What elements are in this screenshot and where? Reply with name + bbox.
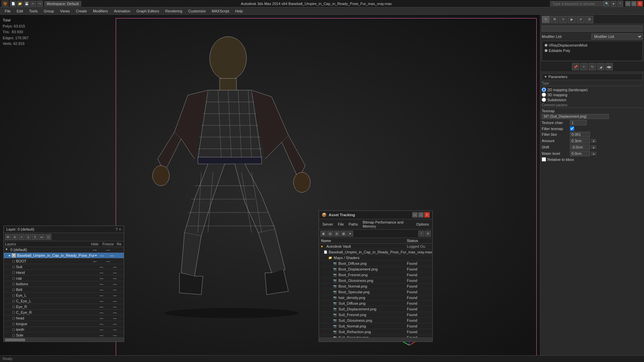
menu-tools[interactable]: Tools	[26, 8, 41, 14]
rpanel-tab-utilities[interactable]: ⚙	[585, 16, 593, 23]
amount-input[interactable]	[570, 138, 590, 143]
shift-spinner-up[interactable]: ▲	[591, 145, 596, 149]
asset-item-mainfile[interactable]: 📄 Baseball_Umpire_in_Cap_in_Ready_Pose_F…	[319, 249, 432, 255]
radio-subdivision-input[interactable]	[542, 98, 546, 102]
asset-item-suit-specular[interactable]: 📷 Suit_Specular.png Found	[319, 335, 432, 338]
undo-icon[interactable]: ↩	[30, 1, 36, 7]
asset-tb-4[interactable]: ▦	[340, 231, 346, 237]
tool-pin-icon[interactable]: 📌	[572, 63, 579, 70]
parameters-header[interactable]: ▼ Parameters	[542, 73, 643, 80]
radio-subdivision[interactable]: Subdivision	[542, 98, 643, 102]
layer-tb-icon4[interactable]: ⇓	[25, 234, 31, 240]
menu-file[interactable]: File	[2, 8, 13, 14]
rpanel-tab-create[interactable]: ✎	[542, 16, 550, 23]
layer-tb-icon5[interactable]: ⇑	[32, 234, 38, 240]
tool-scale-icon[interactable]: ◢	[597, 63, 604, 70]
object-name-input[interactable]: Suit	[542, 25, 643, 32]
asset-item-suit-glossiness[interactable]: 📷 Suit_Glossiness.png Found	[319, 318, 432, 323]
texmap-input[interactable]	[542, 114, 609, 119]
layer-item-suit[interactable]: □ Suit — —	[4, 264, 124, 270]
tool-rotate-icon[interactable]: ↻	[589, 63, 596, 70]
minimize-button[interactable]: —	[625, 1, 631, 6]
rpanel-tab-modify[interactable]: ⚒	[550, 16, 558, 23]
filter-blur-input[interactable]	[570, 132, 590, 137]
open-icon[interactable]: 📁	[17, 1, 23, 7]
rpanel-tab-display[interactable]: ☀	[577, 16, 585, 23]
layer-tb-icon6[interactable]: ⇔	[39, 234, 45, 240]
radio-2d-input[interactable]	[542, 87, 546, 92]
help-icon[interactable]: ?	[617, 1, 623, 7]
menu-help[interactable]: Help	[232, 8, 246, 14]
tool-move-icon[interactable]: +	[580, 63, 588, 70]
radio-3d-mapping[interactable]: 3D mapping	[542, 93, 643, 97]
menu-modifiers[interactable]: Modifiers	[90, 8, 111, 14]
asset-item-suit-displacement[interactable]: 📷 Suit_Displacement.png Found	[319, 306, 432, 312]
menu-views[interactable]: Views	[57, 8, 72, 14]
layer-close-button[interactable]: ×	[119, 227, 121, 231]
menu-animation[interactable]: Animation	[111, 8, 133, 14]
layer-item-belt[interactable]: □ Belt — —	[4, 287, 124, 293]
modifier-dropdown[interactable]: Modifier List	[591, 34, 643, 40]
layer-scrollbar[interactable]	[4, 338, 124, 342]
asset-tb-5[interactable]: ★	[347, 231, 353, 237]
asset-menu-server[interactable]: Server	[320, 222, 335, 227]
layer-item-eye-r[interactable]: □ Eye_R — —	[4, 304, 124, 310]
viewport[interactable]: [+] [Perspective] [Shaded + Edged Faces]…	[0, 15, 540, 362]
radio-3d-input[interactable]	[542, 93, 546, 97]
layer-item-head[interactable]: □ head — —	[4, 315, 124, 321]
asset-minimize-button[interactable]: —	[412, 212, 418, 218]
asset-menu-options[interactable]: Options	[414, 222, 431, 227]
menu-edit[interactable]: Edit	[14, 8, 26, 14]
asset-item-suit-diffuse[interactable]: 📷 Suit_Diffuse.png Found	[319, 301, 432, 306]
bookmark-icon[interactable]: ★	[610, 1, 616, 7]
menu-create[interactable]: Create	[73, 8, 90, 14]
asset-item-boot-fresnel[interactable]: 📷 Boot_Fresnel.png Found	[319, 272, 432, 278]
asset-item-boot-diffuse[interactable]: 📷 Boot_Diffuse.png Found	[319, 261, 432, 266]
mod-item-editable[interactable]: Editable Poly	[543, 48, 641, 53]
asset-menu-file[interactable]: File	[336, 222, 346, 227]
search-icon[interactable]: 🔍	[604, 1, 610, 7]
asset-item-suit-refraction[interactable]: 📷 Suit_Refraction.png Found	[319, 329, 432, 335]
layer-item-cap[interactable]: □ cap — —	[4, 276, 124, 281]
radio-2d-mapping[interactable]: 2D mapping (landscape)	[542, 87, 643, 92]
layer-tb-icon2[interactable]: ✕	[12, 234, 18, 240]
asset-item-suit-fresnel[interactable]: 📷 Suit_Fresnel.png Found	[319, 312, 432, 318]
asset-tb-1[interactable]: ▣	[320, 231, 326, 237]
asset-item-boot-glossiness[interactable]: 📷 Boot_Glossiness.png Found	[319, 278, 432, 284]
asset-menu-paths[interactable]: Paths	[346, 222, 360, 227]
asset-item-boot-normal[interactable]: 📷 Boot_Normal.png Found	[319, 284, 432, 289]
layer-scrollbar-thumb[interactable]	[5, 339, 25, 341]
rpanel-tab-motion[interactable]: ▶	[568, 16, 576, 23]
layer-item-eye-l[interactable]: □ Eye_L — —	[4, 293, 124, 298]
asset-item-suit-normal[interactable]: 📷 Suit_Normal.png Found	[319, 323, 432, 329]
close-button[interactable]: ✕	[637, 1, 643, 6]
menu-rendering[interactable]: Rendering	[163, 8, 185, 14]
redo-icon[interactable]: ↪	[37, 1, 43, 7]
layer-item-boot[interactable]: □ BOOT — —	[4, 258, 124, 264]
layer-item-hand[interactable]: □ Hand — —	[4, 270, 124, 276]
menu-customize[interactable]: Customize	[185, 8, 208, 14]
asset-menu-bitmap[interactable]: Bitmap Performance and Memory	[361, 220, 414, 229]
layer-item-tongue[interactable]: □ tongue — —	[4, 321, 124, 327]
asset-item-hair-density[interactable]: 📷 hair_density.png Found	[319, 295, 432, 301]
layer-tb-icon3[interactable]: +	[18, 234, 24, 240]
menu-maxscript[interactable]: MAXScript	[209, 8, 232, 14]
texture-chan-input[interactable]	[570, 120, 587, 125]
relative-bbox-checkbox[interactable]	[542, 157, 546, 162]
asset-item-vault[interactable]: ■ Autodesk Vault Logged Ou	[319, 244, 432, 249]
search-input[interactable]	[550, 1, 604, 6]
layer-item-selected[interactable]: ► ● Baseball_Umpire_in_Cap_in_Ready_Pose…	[4, 253, 124, 258]
shift-input[interactable]	[570, 144, 590, 150]
layer-item[interactable]: ▼ 0 (default) — —	[4, 247, 124, 253]
workspace-label[interactable]: Workspace: Default	[44, 1, 81, 6]
asset-item-boot-displacement[interactable]: 📷 Boot_Displacement.png Found	[319, 266, 432, 272]
rpanel-tab-hierarchy[interactable]: ⚛	[559, 16, 567, 23]
new-icon[interactable]: 📄	[10, 1, 16, 7]
asset-tb-help[interactable]: ?	[418, 231, 424, 237]
asset-tb-settings[interactable]: ⚙	[425, 231, 431, 237]
layer-tb-icon7[interactable]: ☷	[45, 234, 51, 240]
water-level-input[interactable]	[570, 151, 590, 156]
maximize-button[interactable]: □	[631, 1, 637, 6]
water-level-spinner[interactable]: ▲	[591, 152, 596, 155]
amount-spinner-up[interactable]: ▲	[591, 139, 596, 142]
